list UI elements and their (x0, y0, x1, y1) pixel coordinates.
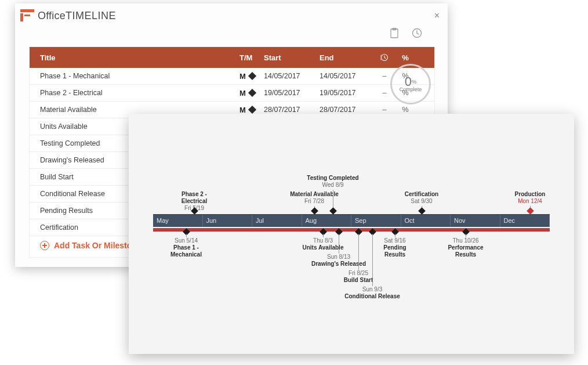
dialog-header: OfficeTIMELINE × (15, 3, 448, 46)
cell-end: 28/07/2017 (318, 106, 374, 114)
diamond-icon (248, 89, 256, 97)
cell-start: 14/05/2017 (263, 72, 318, 80)
diamond-icon (248, 106, 256, 114)
svg-rect-0 (20, 9, 34, 12)
month-cell: Jun (203, 215, 253, 227)
month-cell: Sep (351, 215, 401, 227)
app-logo: OfficeTIMELINE (20, 8, 436, 24)
milestone-date: Thu 10/26 (437, 237, 495, 244)
cell-start: 19/05/2017 (263, 89, 318, 97)
logo-text-pre: Office (38, 10, 66, 21)
close-icon[interactable]: × (432, 8, 442, 23)
milestone-date: Sat 9/30 (393, 198, 451, 205)
milestone-name: Phase 1 -Mechanical (157, 244, 215, 258)
cell-tm: M (239, 72, 263, 81)
logo-icon (20, 9, 34, 22)
milestone[interactable]: CertificationSat 9/30 (393, 191, 451, 205)
col-header-dur[interactable] (374, 53, 395, 62)
plus-icon (40, 241, 49, 250)
col-header-tm[interactable]: T/M (239, 53, 263, 62)
month-cell: Dec (500, 215, 550, 227)
cell-title: Phase 2 - Electrical (30, 89, 239, 97)
cell-title: Material Available (30, 106, 239, 114)
time-axis: MayJunJulAugSepOctNovDec (153, 214, 550, 227)
timeline-preview: MayJunJulAugSepOctNovDec Phase 2 -Electr… (129, 114, 574, 354)
milestone[interactable]: Material AvailableFri 7/28 (285, 191, 343, 205)
cell-dur: – (374, 106, 395, 114)
col-header-title[interactable]: Title (30, 53, 239, 62)
month-cell: Aug (302, 215, 352, 227)
month-cell: Jul (252, 215, 302, 227)
month-cell: May (153, 215, 203, 227)
col-header-end[interactable]: End (318, 53, 374, 62)
cell-pct: % (395, 106, 416, 114)
milestone-date: Sat 9/16 (366, 237, 424, 244)
cell-tm: M (239, 89, 263, 97)
add-task-button[interactable]: Add Task Or Milestone (40, 241, 141, 250)
milestone-date: Fri 7/28 (285, 198, 343, 205)
logo-text-suf: TIMELINE (66, 10, 116, 21)
progress-widget: 0% Complete (373, 64, 448, 104)
progress-ring: 0% Complete (390, 64, 431, 104)
month-cell: Nov (451, 215, 500, 227)
milestone-date: Sun 5/14 (157, 237, 215, 244)
milestone-name: Phase 2 -Electrical (165, 191, 223, 205)
milestone[interactable]: Phase 2 -ElectricalFri 5/19 (165, 191, 223, 212)
milestone-date: Wed 8/9 (304, 182, 362, 189)
clipboard-icon[interactable] (390, 28, 399, 40)
milestone[interactable]: Sun 5/14Phase 1 -Mechanical (157, 229, 215, 258)
svg-rect-2 (24, 15, 30, 16)
milestone-name: PendingResults (366, 244, 424, 258)
milestone-name: Testing Completed (304, 175, 362, 182)
cell-end: 14/05/2017 (318, 72, 374, 80)
cell-title: Phase 1 - Mechanical (30, 72, 239, 80)
cell-end: 19/05/2017 (318, 89, 374, 97)
milestone[interactable]: Sat 9/16PendingResults (366, 229, 424, 258)
milestone[interactable]: Testing CompletedWed 8/9 (304, 175, 362, 189)
milestone-date: Sun 9/3 (343, 286, 401, 293)
history-icon[interactable] (412, 28, 422, 40)
milestone[interactable]: ProductionMon 12/4 (501, 191, 559, 205)
progress-label: Complete (400, 86, 422, 92)
milestone[interactable]: Thu 10/26PerformanceResults (437, 229, 495, 258)
cell-tm: M (239, 106, 263, 114)
progress-suffix: % (412, 79, 416, 85)
milestone-date: Mon 12/4 (501, 198, 559, 205)
svg-rect-1 (20, 13, 23, 21)
col-header-start[interactable]: Start (263, 53, 318, 62)
col-header-pct[interactable]: % (395, 53, 416, 62)
month-cell: Oct (401, 215, 451, 227)
milestone-name: PerformanceResults (437, 244, 495, 258)
milestone-name: Conditional Release (343, 293, 401, 300)
cell-start: 28/07/2017 (263, 106, 318, 114)
diamond-icon (248, 72, 256, 80)
milestone-name: Certification (393, 191, 451, 198)
milestone-name: Material Available (285, 191, 343, 198)
milestone-name: Production (501, 191, 559, 198)
svg-rect-3 (391, 29, 398, 38)
